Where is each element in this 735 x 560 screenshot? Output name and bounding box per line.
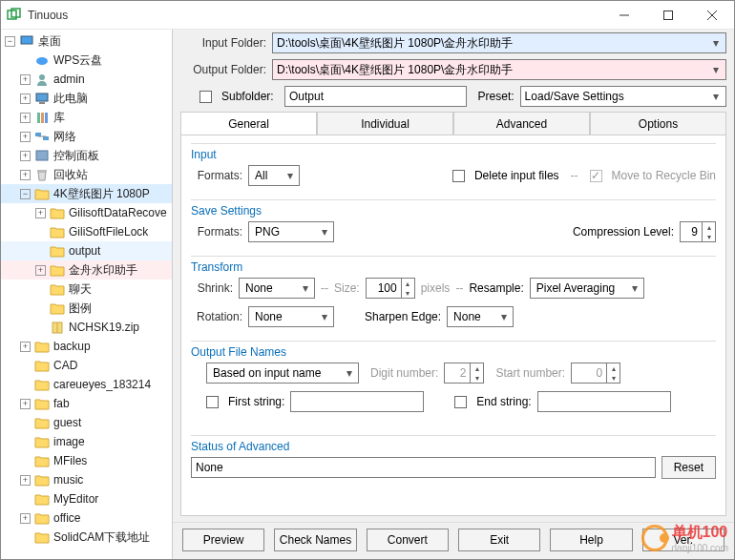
- tree-item[interactable]: +GilisoftDataRecove: [1, 203, 172, 222]
- tree-item[interactable]: −桌面: [1, 31, 172, 51]
- tree-item[interactable]: WPS云盘: [1, 51, 172, 70]
- folder-tree[interactable]: −桌面WPS云盘+admin+此电脑+库+网络+控制面板+回收站−4K壁纸图片 …: [1, 30, 173, 560]
- name-basis-select[interactable]: Based on input name▾: [206, 363, 359, 384]
- tab-advanced[interactable]: Advanced: [453, 112, 590, 135]
- reset-button[interactable]: Reset: [662, 456, 716, 479]
- tree-item[interactable]: MFiles: [1, 451, 172, 470]
- chevron-down-icon[interactable]: ▾: [343, 363, 356, 383]
- tree-item[interactable]: image: [1, 432, 172, 451]
- tree-expander-icon[interactable]: +: [35, 208, 46, 218]
- tree-item[interactable]: +此电脑: [1, 89, 172, 108]
- tab-options[interactable]: Options: [590, 112, 726, 135]
- input-formats-select[interactable]: All▾: [248, 165, 300, 186]
- tree-expander-icon[interactable]: +: [20, 513, 31, 524]
- size-spinner[interactable]: ▴▾: [366, 278, 415, 299]
- chevron-down-icon[interactable]: ▾: [318, 222, 331, 241]
- spin-up-icon[interactable]: ▴: [703, 222, 715, 232]
- tree-expander-icon[interactable]: +: [20, 170, 31, 180]
- tree-item[interactable]: careueyes_183214: [1, 375, 172, 394]
- tree-item[interactable]: NCHSK19.zip: [1, 318, 172, 337]
- shrink-select[interactable]: None▾: [239, 278, 315, 299]
- folder-icon: [50, 301, 65, 316]
- tree-item[interactable]: 图例: [1, 299, 172, 318]
- tree-item[interactable]: GiliSoftFileLock: [1, 222, 172, 241]
- tab-general[interactable]: General: [180, 112, 317, 135]
- tree-item[interactable]: +backup: [1, 337, 172, 356]
- folder-icon: [34, 186, 50, 201]
- tree-expander-icon[interactable]: +: [20, 399, 31, 409]
- tree-item-label: CAD: [53, 359, 77, 372]
- tree-item-label: 4K壁纸图片 1080P: [53, 186, 150, 202]
- help-button[interactable]: Help: [550, 529, 632, 551]
- compression-spinner[interactable]: ▴▾: [680, 221, 716, 242]
- end-string-input[interactable]: [537, 391, 671, 412]
- tree-item[interactable]: SolidCAM下载地址: [1, 528, 172, 547]
- delete-input-checkbox[interactable]: [452, 170, 465, 182]
- chevron-down-icon[interactable]: ▾: [708, 35, 724, 51]
- end-string-checkbox[interactable]: [454, 396, 467, 408]
- first-string-input[interactable]: [290, 391, 424, 412]
- tree-expander-icon[interactable]: +: [20, 93, 31, 104]
- tree-item[interactable]: 聊天: [1, 280, 172, 299]
- tree-expander-icon[interactable]: +: [20, 132, 31, 142]
- tree-item[interactable]: guest: [1, 413, 172, 432]
- tree-item[interactable]: +music: [1, 470, 172, 489]
- tree-expander-icon[interactable]: +: [20, 74, 31, 85]
- tab-individual[interactable]: Individual: [317, 112, 453, 135]
- version-button[interactable]: Ver.: [642, 529, 724, 551]
- tree-item[interactable]: output: [1, 241, 172, 260]
- minimize-button[interactable]: [602, 1, 646, 30]
- chevron-down-icon[interactable]: ▾: [497, 307, 511, 326]
- preview-button[interactable]: Preview: [182, 529, 264, 551]
- chevron-down-icon[interactable]: ▾: [284, 166, 297, 185]
- tree-expander-icon[interactable]: +: [20, 151, 31, 161]
- tree-item[interactable]: +回收站: [1, 165, 172, 184]
- tree-expander-icon[interactable]: +: [35, 265, 46, 276]
- net-icon: [34, 129, 50, 144]
- output-folder-combo[interactable]: D:\tools\桌面\4K壁纸图片 1080P\金舟水印助手 ▾: [272, 59, 726, 80]
- svg-rect-14: [35, 133, 41, 136]
- tree-expander-icon[interactable]: +: [20, 113, 31, 123]
- close-button[interactable]: [690, 1, 734, 30]
- tree-expander-icon[interactable]: −: [5, 36, 15, 47]
- preset-combo[interactable]: Load/Save Settings ▾: [520, 86, 726, 107]
- chevron-down-icon[interactable]: ▾: [318, 307, 331, 326]
- spin-down-icon[interactable]: ▾: [402, 288, 414, 298]
- tree-spacer: [20, 418, 31, 428]
- tree-item[interactable]: +网络: [1, 127, 172, 146]
- folder-icon: [34, 396, 50, 411]
- exit-button[interactable]: Exit: [458, 529, 540, 551]
- chevron-down-icon[interactable]: ▾: [299, 279, 312, 298]
- input-folder-combo[interactable]: D:\tools\桌面\4K壁纸图片 1080P\金舟水印助手 ▾: [272, 32, 726, 53]
- subfolder-input[interactable]: [284, 86, 467, 107]
- svg-point-8: [39, 74, 45, 80]
- preset-value: Load/Save Settings: [525, 90, 624, 103]
- convert-button[interactable]: Convert: [367, 529, 449, 551]
- check-names-button[interactable]: Check Names: [274, 529, 356, 551]
- sharpen-select[interactable]: None▾: [447, 306, 514, 327]
- tree-expander-icon[interactable]: +: [20, 475, 31, 486]
- spin-up-icon[interactable]: ▴: [402, 279, 414, 288]
- resample-select[interactable]: Pixel Averaging▾: [530, 278, 644, 299]
- maximize-button[interactable]: [646, 1, 690, 30]
- tree-item[interactable]: +office: [1, 508, 172, 528]
- chevron-down-icon[interactable]: ▾: [628, 279, 641, 298]
- tree-item[interactable]: +控制面板: [1, 146, 172, 165]
- tree-item[interactable]: +fab: [1, 394, 172, 413]
- tree-item[interactable]: +金舟水印助手: [1, 260, 172, 280]
- tree-expander-icon[interactable]: +: [20, 342, 31, 352]
- tree-item[interactable]: +库: [1, 108, 172, 127]
- tree-item[interactable]: −4K壁纸图片 1080P: [1, 184, 172, 203]
- spin-down-icon[interactable]: ▾: [703, 232, 715, 241]
- chevron-down-icon[interactable]: ▾: [708, 89, 724, 104]
- subfolder-checkbox[interactable]: [200, 91, 212, 103]
- chevron-down-icon[interactable]: ▾: [708, 62, 724, 77]
- rotation-select[interactable]: None▾: [248, 306, 334, 327]
- tree-item-label: office: [53, 511, 80, 525]
- tree-item[interactable]: MyEditor: [1, 489, 172, 508]
- first-string-checkbox[interactable]: [206, 396, 219, 408]
- tree-item[interactable]: +admin: [1, 70, 172, 89]
- save-formats-select[interactable]: PNG▾: [248, 221, 334, 242]
- tree-expander-icon[interactable]: −: [20, 189, 31, 199]
- tree-item[interactable]: CAD: [1, 356, 172, 375]
